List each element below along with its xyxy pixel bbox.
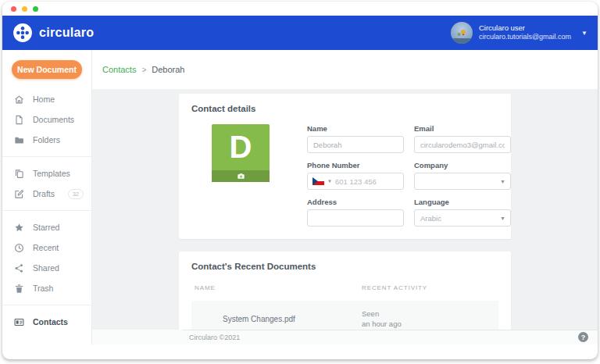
sidebar-item-folders[interactable]: Folders [2, 130, 91, 150]
contact-details-title: Contact details [191, 104, 498, 113]
documents-table-header: NAME RECENT ACTIVITY [191, 284, 498, 291]
close-window-button[interactable] [11, 6, 16, 12]
change-photo-button[interactable] [212, 170, 270, 182]
contact-avatar: D [212, 124, 270, 182]
footer: Circularo ©2021 ? [92, 330, 598, 344]
app-window: circularo Circularo user [2, 2, 598, 359]
sidebar-item-label: Contacts [33, 317, 68, 327]
flag-caret-icon: ▼ [327, 179, 332, 184]
name-input[interactable] [307, 136, 404, 153]
language-select[interactable] [414, 209, 511, 227]
brand-logo[interactable]: circularo [12, 23, 94, 43]
email-input[interactable] [414, 136, 511, 153]
sidebar-item-trash[interactable]: Trash [2, 278, 91, 298]
column-header-name: NAME [195, 284, 362, 291]
window-titlebar [2, 2, 598, 16]
user-avatar [451, 22, 473, 44]
sidebar-item-starred[interactable]: Starred [2, 217, 91, 237]
sidebar-item-label: Trash [33, 284, 53, 293]
home-icon [14, 95, 24, 105]
breadcrumb: Contacts > Deborah [92, 50, 598, 89]
new-document-button[interactable]: New Document [12, 60, 82, 79]
sidebar-item-label: Home [33, 95, 55, 104]
folder-icon [14, 135, 24, 145]
sidebar: New Document HomeDocumentsFoldersTemplat… [2, 50, 92, 344]
sidebar-item-label: Starred [33, 223, 59, 232]
sidebar-item-label: Shared [33, 263, 59, 273]
sidebar-item-documents[interactable]: Documents [2, 109, 91, 130]
czech-flag-icon[interactable] [312, 177, 324, 185]
column-header-activity: RECENT ACTIVITY [362, 284, 495, 291]
language-label: Language [414, 198, 511, 206]
star-icon [14, 223, 24, 233]
minimize-window-button[interactable] [22, 6, 27, 12]
sidebar-divider [2, 210, 91, 211]
brand-name: circularo [39, 26, 94, 40]
contact-details-card: Contact details D [179, 94, 511, 239]
share-icon [14, 263, 24, 273]
sidebar-item-label: Recent [33, 243, 59, 252]
phone-label: Phone Number [307, 161, 404, 170]
company-select[interactable] [414, 173, 511, 190]
sidebar-item-label: Documents [33, 115, 74, 124]
drafts-count-badge: 32 [68, 189, 84, 199]
address-field: Address [307, 198, 404, 227]
company-label: Company [414, 161, 511, 170]
drafts-icon [14, 189, 24, 199]
sidebar-item-templates[interactable]: Templates [2, 163, 91, 184]
name-label: Name [307, 124, 404, 133]
name-field: Name [307, 124, 404, 153]
document-name[interactable]: System Changes.pdf [195, 315, 362, 323]
sidebar-divider [2, 305, 91, 305]
footer-copyright: Circularo ©2021 [189, 334, 240, 341]
sidebar-item-contacts[interactable]: Contacts [2, 312, 91, 332]
user-email: circularo.tutorials@gmail.com [479, 33, 571, 42]
circularo-logo-icon [12, 23, 33, 43]
sidebar-item-label: Folders [33, 135, 60, 145]
sidebar-divider [2, 156, 91, 157]
user-name: Circularo user [479, 23, 571, 33]
recent-documents-card: Contact's Recent Documents NAME RECENT A… [179, 252, 511, 330]
camera-icon [237, 172, 245, 180]
sidebar-item-label: Templates [33, 169, 70, 178]
email-field: Email [414, 124, 511, 153]
trash-icon [14, 284, 24, 294]
main-area: Contact details D [92, 89, 598, 330]
user-meta: Circularo user circularo.tutorials@gmail… [479, 23, 571, 42]
sidebar-item-home[interactable]: Home [2, 89, 91, 109]
phone-input[interactable] [335, 177, 398, 186]
document-recent-activity: Seen an hour ago [362, 309, 495, 330]
language-field: Language ▼ [414, 198, 511, 227]
sidebar-item-shared[interactable]: Shared [2, 258, 91, 278]
contact-avatar-letter: D [212, 124, 270, 170]
breadcrumb-current: Deborah [152, 65, 184, 74]
document-icon [14, 115, 24, 125]
templates-icon [14, 169, 24, 179]
help-button[interactable]: ? [578, 332, 588, 342]
company-field: Company ▼ [414, 161, 511, 190]
sidebar-item-label: Drafts [33, 189, 55, 198]
app-header: circularo Circularo user [2, 16, 598, 50]
sidebar-item-drafts[interactable]: Drafts32 [2, 184, 91, 204]
phone-field: Phone Number ▼ [307, 161, 404, 190]
address-label: Address [307, 198, 404, 206]
zoom-window-button[interactable] [33, 6, 38, 12]
recent-documents-title: Contact's Recent Documents [191, 262, 498, 271]
chevron-down-icon: ▼ [581, 30, 588, 37]
breadcrumb-separator: > [141, 66, 146, 74]
contacts-icon [14, 317, 24, 327]
email-label: Email [414, 124, 511, 133]
clock-icon [14, 243, 24, 253]
sidebar-item-recent[interactable]: Recent [2, 237, 91, 258]
address-input[interactable] [307, 209, 404, 227]
document-row[interactable]: System Changes.pdfSeen an hour ago [191, 301, 498, 330]
breadcrumb-contacts-link[interactable]: Contacts [102, 65, 136, 74]
user-menu[interactable]: Circularo user circularo.tutorials@gmail… [451, 22, 588, 44]
